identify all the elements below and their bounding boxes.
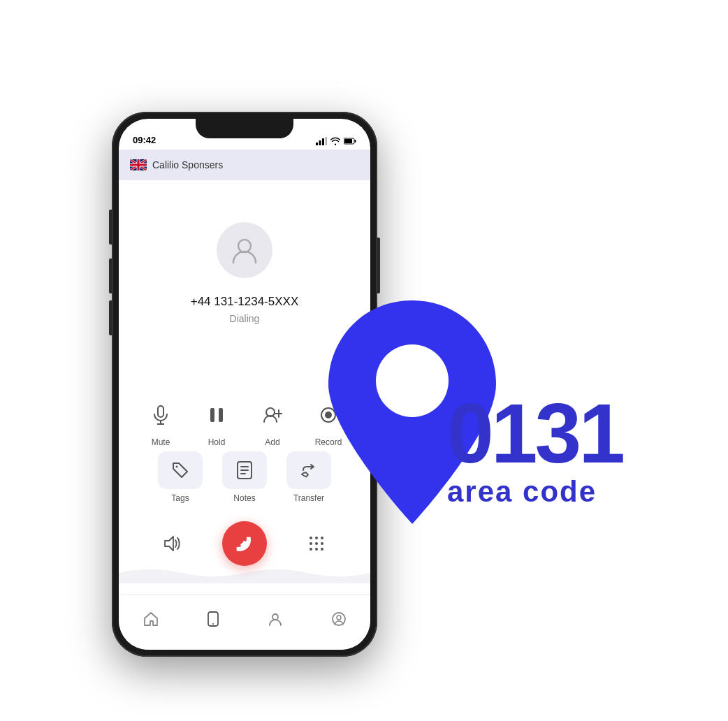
svg-point-27 [321, 537, 323, 539]
keypad-button[interactable] [300, 527, 333, 560]
area-code-section: 0131 area code [447, 391, 623, 509]
svg-point-38 [337, 616, 341, 620]
nav-home[interactable] [143, 611, 159, 627]
mute-label: Mute [152, 437, 170, 447]
notes-label: Notes [233, 493, 255, 503]
transfer-label: Transfer [293, 493, 324, 503]
svg-rect-5 [344, 139, 352, 143]
svg-rect-0 [316, 143, 318, 145]
tags-icon [170, 460, 190, 480]
svg-point-28 [310, 542, 312, 545]
area-code-number: 0131 [447, 391, 623, 475]
svg-rect-1 [319, 140, 321, 145]
hold-button[interactable]: Hold [198, 397, 235, 447]
avatar [217, 222, 272, 278]
status-icons [316, 137, 356, 145]
call-header: Calilio Sponsers [119, 150, 370, 180]
svg-point-8 [238, 240, 251, 252]
svg-point-35 [212, 623, 214, 625]
end-call-button[interactable] [222, 521, 267, 566]
tags-label: Tags [171, 493, 189, 503]
svg-marker-24 [165, 537, 173, 551]
nav-phone[interactable] [207, 611, 219, 627]
caller-name: Calilio Sponsers [152, 159, 223, 170]
svg-rect-12 [210, 408, 214, 422]
profile-icon [331, 611, 347, 627]
nav-profile[interactable] [331, 611, 347, 627]
nav-contacts[interactable] [268, 611, 283, 627]
svg-point-33 [321, 548, 323, 551]
battery-icon [344, 138, 356, 145]
svg-point-36 [272, 614, 278, 620]
mute-button[interactable]: Mute [143, 397, 179, 447]
svg-rect-13 [219, 408, 223, 422]
svg-rect-9 [158, 406, 163, 417]
hold-label: Hold [208, 437, 226, 447]
volume-icon [162, 535, 183, 552]
svg-point-30 [321, 542, 323, 545]
end-call-icon [234, 535, 255, 552]
add-label: Add [265, 437, 279, 447]
home-icon [143, 611, 159, 627]
call-status: Dialing [230, 313, 260, 324]
pause-icon [209, 407, 224, 423]
tags-button[interactable]: Tags [152, 451, 208, 503]
svg-rect-6 [355, 140, 356, 143]
contacts-icon [268, 611, 283, 627]
microphone-icon [152, 405, 169, 425]
phone-number: +44 131-1234-5XXX [191, 295, 299, 309]
status-time: 09:42 [133, 135, 156, 145]
wifi-icon [330, 137, 340, 145]
svg-point-39 [376, 344, 449, 417]
svg-point-25 [310, 537, 312, 539]
notes-button[interactable]: Notes [217, 451, 272, 503]
svg-rect-2 [322, 138, 324, 145]
svg-point-29 [315, 542, 318, 545]
svg-point-31 [310, 548, 312, 551]
signal-icon [316, 137, 327, 145]
svg-rect-3 [326, 137, 328, 145]
area-code-text: area code [447, 475, 623, 509]
add-button[interactable]: Add [254, 397, 291, 447]
phone-nav-icon [207, 611, 219, 627]
volume-button[interactable] [156, 527, 189, 560]
person-icon [232, 236, 257, 264]
svg-point-32 [315, 548, 318, 551]
bottom-nav [119, 594, 370, 650]
phone-notch [196, 119, 293, 138]
svg-point-26 [315, 537, 318, 539]
notes-icon [235, 460, 254, 480]
add-person-icon [263, 407, 282, 423]
uk-flag-icon [130, 159, 147, 170]
keypad-icon [308, 535, 325, 552]
svg-point-37 [333, 613, 345, 625]
transfer-icon [299, 460, 319, 480]
svg-point-19 [176, 466, 178, 468]
